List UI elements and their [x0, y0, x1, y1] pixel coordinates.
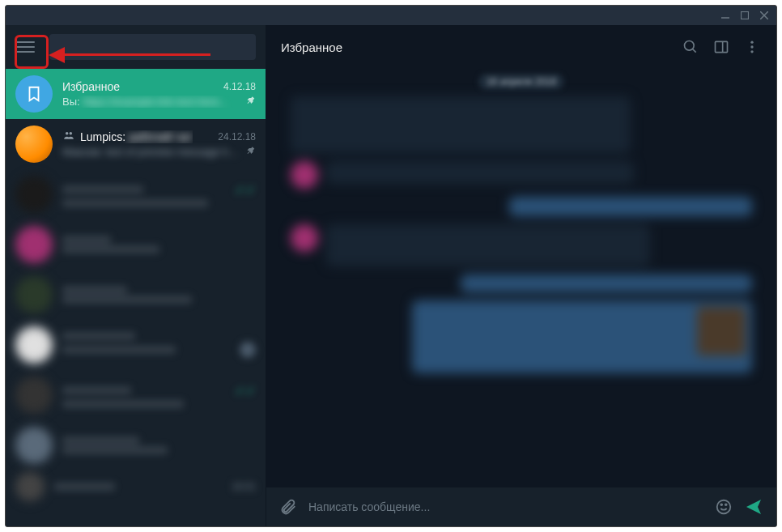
svg-point-6	[685, 41, 695, 51]
svg-point-11	[750, 45, 753, 48]
chat-list: Избранное 4.12.18 Вы: https://example-li…	[6, 69, 266, 526]
send-icon[interactable]	[744, 497, 763, 517]
hamburger-icon[interactable]	[15, 37, 35, 57]
sidebar-header	[6, 25, 266, 69]
svg-line-7	[693, 49, 696, 53]
chat-name: Lumpics: рабочий чат	[80, 130, 193, 143]
svg-rect-1	[742, 12, 749, 19]
group-icon	[62, 130, 75, 143]
svg-point-10	[750, 41, 753, 44]
more-vertical-icon[interactable]	[742, 37, 762, 57]
svg-point-13	[717, 500, 731, 514]
search-icon[interactable]	[681, 37, 700, 57]
svg-point-14	[720, 504, 722, 505]
close-button[interactable]	[759, 10, 770, 21]
paperclip-icon[interactable]	[279, 498, 297, 516]
chat-item-blurred[interactable]	[6, 219, 266, 270]
svg-point-15	[725, 504, 727, 505]
smile-icon[interactable]	[715, 498, 733, 516]
minimize-button[interactable]	[720, 10, 731, 21]
pin-icon	[244, 145, 256, 159]
svg-point-4	[66, 132, 69, 135]
chat-preview: Вы: https://example-link-text-here...	[62, 96, 240, 108]
chat-item-blurred[interactable]	[6, 270, 266, 320]
chat-item-blurred[interactable]	[6, 320, 266, 370]
titlebar	[6, 6, 776, 25]
svg-point-5	[70, 132, 73, 135]
sidebar: Избранное 4.12.18 Вы: https://example-li…	[6, 25, 266, 526]
chat-item-blurred[interactable]: ✓✓	[6, 169, 266, 219]
chat-item-blurred[interactable]	[6, 420, 266, 470]
app-window: Избранное 4.12.18 Вы: https://example-li…	[5, 5, 777, 527]
date-separator: 16 апреля 2018	[478, 74, 564, 90]
main-panel: Избранное 16 апреля 2018	[266, 25, 776, 526]
app-body: Избранное 4.12.18 Вы: https://example-li…	[6, 25, 776, 526]
chat-header: Избранное	[266, 25, 776, 69]
maximize-button[interactable]	[739, 10, 750, 21]
avatar	[15, 126, 53, 163]
messages-area[interactable]: 16 апреля 2018	[266, 69, 776, 487]
chat-title: Избранное	[281, 40, 669, 54]
sidebar-panel-icon[interactable]	[712, 37, 731, 57]
svg-rect-8	[716, 41, 728, 52]
chat-date: 24.12.18	[218, 131, 256, 143]
chat-item-blurred[interactable]: ✓✓	[6, 370, 266, 420]
bookmark-icon	[15, 75, 53, 113]
chat-date: 4.12.18	[223, 81, 256, 92]
chat-item-lumpics[interactable]: Lumpics: рабочий чат 24.12.18 Максим: te…	[6, 119, 266, 169]
chat-name: Избранное	[62, 80, 120, 93]
chat-preview: Максим: text of preview message here...	[62, 146, 240, 158]
pin-icon	[244, 95, 256, 109]
chat-item-saved-messages[interactable]: Избранное 4.12.18 Вы: https://example-li…	[6, 69, 266, 119]
chat-item-blurred[interactable]: 16:01	[6, 470, 266, 503]
compose-bar: Написать сообщение...	[266, 487, 776, 526]
message-input[interactable]: Написать сообщение...	[308, 500, 703, 513]
search-input[interactable]	[49, 34, 256, 60]
svg-point-12	[750, 50, 753, 53]
